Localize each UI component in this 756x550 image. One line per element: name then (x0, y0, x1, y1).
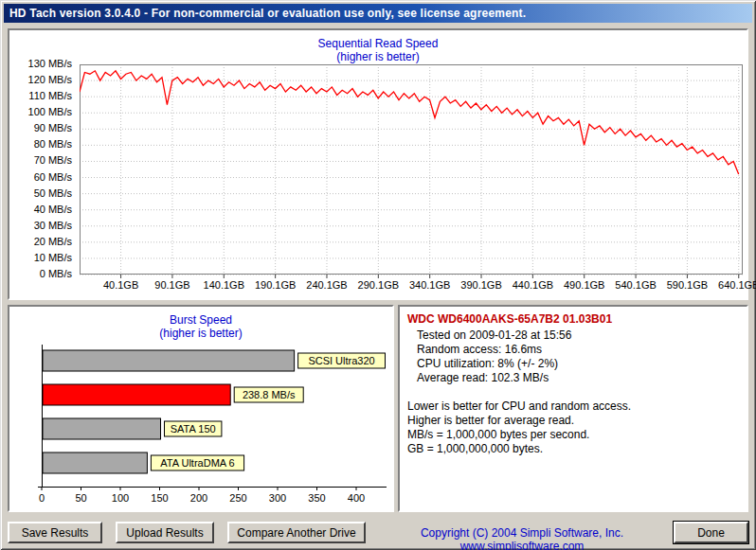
seq-y-tick-label: 130 MB/s (11, 58, 72, 69)
burst-chart-subtitle: (higher is better) (9, 327, 392, 340)
seq-y-tick-label: 100 MB/s (11, 106, 72, 117)
burst-speed-panel: Burst Speed (higher is better) 050100150… (8, 305, 394, 512)
drive-info-panel: WDC WD6400AAKS-65A7B2 01.03B01 Tested on… (398, 305, 748, 512)
seq-x-tick-label: 390.1GB (460, 279, 501, 291)
seq-x-tick-label: 240.1GB (306, 279, 347, 291)
burst-speed-chart: 050100150200250300350400SCSI Ultra320238… (13, 343, 392, 509)
seq-y-tick-label: 90 MB/s (11, 122, 72, 133)
hd-tach-window: HD Tach version 3.0.4.0 - For non-commer… (0, 0, 756, 550)
svg-text:300: 300 (269, 492, 286, 504)
seq-y-tick-label: 0 MB/s (11, 268, 72, 279)
sequential-chart-subtitle: (higher is better) (9, 50, 747, 63)
seq-y-tick-label: 10 MB/s (11, 252, 72, 263)
sequential-chart-title: Sequential Read Speed (9, 37, 747, 50)
drive-detail-line: Tested on 2009-01-28 at 15:56 (407, 328, 739, 343)
done-button[interactable]: Done (674, 522, 748, 543)
info-note-line: Higher is better for average read. (407, 414, 739, 428)
copyright-text: Copyright (C) 2004 Simpli Software, Inc.… (377, 526, 667, 550)
drive-detail-line: CPU utilization: 8% (+/- 2%) (407, 357, 739, 371)
save-results-button[interactable]: Save Results (8, 522, 102, 543)
seq-x-tick-label: 440.1GB (513, 279, 553, 291)
seq-x-tick-label: 190.1GB (255, 279, 296, 291)
seq-x-tick-label: 640.1GB (718, 279, 756, 291)
upload-results-button[interactable]: Upload Results (116, 522, 214, 543)
titlebar[interactable]: HD Tach version 3.0.4.0 - For non-commer… (4, 4, 752, 23)
seq-x-tick-label: 140.1GB (204, 279, 244, 291)
svg-text:150: 150 (151, 492, 168, 504)
window-title: HD Tach version 3.0.4.0 - For non-commer… (9, 7, 526, 20)
seq-y-tick-label: 60 MB/s (11, 171, 72, 183)
info-spacer (407, 385, 739, 399)
sequential-read-chart (80, 64, 743, 282)
svg-text:200: 200 (190, 492, 207, 504)
sequential-x-axis: 40.1GB90.1GB140.1GB190.1GB240.1GB290.1GB… (80, 279, 743, 293)
svg-text:ATA UltraDMA 6: ATA UltraDMA 6 (160, 457, 234, 469)
svg-text:250: 250 (229, 492, 246, 504)
compare-drive-button[interactable]: Compare Another Drive (227, 522, 366, 543)
info-notes: Lower is better for CPU and random acces… (407, 399, 739, 456)
seq-y-tick-label: 110 MB/s (11, 90, 72, 101)
info-note-line: Lower is better for CPU and random acces… (407, 399, 739, 414)
seq-y-tick-label: 20 MB/s (11, 236, 72, 247)
info-note-line: MB/s = 1,000,000 bytes per second. (407, 428, 739, 442)
drive-detail-line: Random access: 16.6ms (407, 343, 739, 357)
drive-model-text: WDC WD6400AAKS-65A7B2 01.03B01 (407, 312, 739, 326)
seq-x-tick-label: 40.1GB (103, 279, 138, 291)
seq-x-tick-label: 540.1GB (615, 279, 656, 291)
burst-chart-title: Burst Speed (9, 313, 392, 327)
seq-x-tick-label: 290.1GB (358, 279, 399, 291)
sequential-y-axis: 0 MB/s10 MB/s20 MB/s30 MB/s40 MB/s50 MB/… (11, 64, 74, 282)
svg-text:SATA 150: SATA 150 (171, 423, 216, 435)
seq-x-tick-label: 490.1GB (564, 279, 604, 291)
seq-x-tick-label: 90.1GB (154, 279, 189, 291)
sequential-read-panel: Sequential Read Speed (higher is better)… (8, 28, 748, 300)
svg-text:SCSI Ultra320: SCSI Ultra320 (308, 355, 374, 366)
seq-y-tick-label: 50 MB/s (11, 187, 72, 199)
svg-text:50: 50 (75, 492, 86, 504)
info-note-line: GB = 1,000,000,000 bytes. (407, 442, 739, 456)
seq-x-tick-label: 340.1GB (409, 279, 450, 291)
svg-text:400: 400 (348, 492, 365, 504)
seq-x-tick-label: 590.1GB (667, 279, 708, 291)
svg-text:238.8 MB/s: 238.8 MB/s (243, 389, 296, 400)
seq-y-tick-label: 40 MB/s (11, 204, 72, 215)
seq-y-tick-label: 30 MB/s (11, 220, 72, 231)
drive-detail-line: Average read: 102.3 MB/s (407, 371, 739, 385)
svg-text:100: 100 (112, 492, 129, 504)
drive-details: Tested on 2009-01-28 at 15:56Random acce… (407, 328, 739, 385)
seq-y-tick-label: 80 MB/s (11, 138, 72, 150)
svg-text:350: 350 (308, 492, 325, 504)
seq-y-tick-label: 120 MB/s (11, 74, 72, 85)
seq-y-tick-label: 70 MB/s (11, 154, 72, 166)
svg-text:0: 0 (39, 492, 45, 504)
